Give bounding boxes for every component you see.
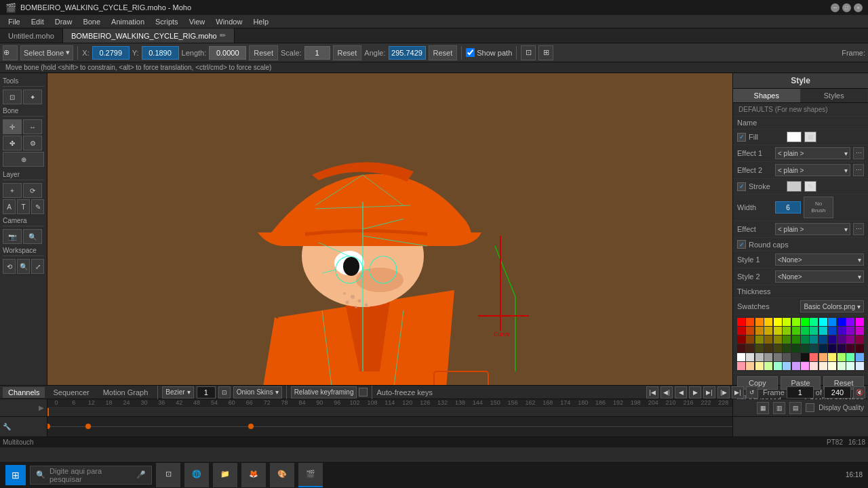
bone-tool-5[interactable]: ⊕ <box>3 152 44 167</box>
color-swatch-cell[interactable] <box>792 362 800 370</box>
color-swatch-cell[interactable] <box>774 318 782 326</box>
color-swatch-cell[interactable] <box>837 327 846 335</box>
color-swatch-cell[interactable] <box>856 327 864 335</box>
menu-scripts[interactable]: Scripts <box>150 16 184 27</box>
color-swatch-cell[interactable] <box>755 344 764 352</box>
color-swatch-cell[interactable] <box>737 318 745 326</box>
tab-shapes[interactable]: Shapes <box>733 89 801 102</box>
color-swatch-cell[interactable] <box>856 353 864 361</box>
play-btn-goto-end[interactable]: ▶| <box>732 386 744 399</box>
angle-reset-button[interactable]: Reset <box>429 45 458 60</box>
layer-tool-4[interactable]: T <box>17 199 30 214</box>
timeline-tab-channels[interactable]: Channels <box>3 387 45 398</box>
menu-window[interactable]: Window <box>210 16 248 27</box>
color-swatch-cell[interactable] <box>846 353 854 361</box>
show-path-check[interactable] <box>466 48 475 57</box>
color-swatch-cell[interactable] <box>856 318 864 326</box>
style1-dropdown[interactable]: <None> ▾ <box>775 253 864 266</box>
color-swatch-cell[interactable] <box>755 327 764 335</box>
color-swatch-cell[interactable] <box>755 353 764 361</box>
color-swatch-cell[interactable] <box>828 362 836 370</box>
fill-checkbox[interactable]: ✓ <box>737 133 746 142</box>
tab-styles[interactable]: Styles <box>801 89 869 102</box>
bezier-dropdown[interactable]: Bezier ▾ <box>162 386 193 399</box>
menu-draw[interactable]: Draw <box>50 16 78 27</box>
layer-tool-5[interactable]: ✎ <box>31 199 44 214</box>
keyframe-3[interactable] <box>248 424 254 429</box>
color-swatch-cell[interactable] <box>764 318 772 326</box>
tl-play-btn-1[interactable]: ⊡ <box>218 386 231 399</box>
color-swatch-cell[interactable] <box>783 362 791 370</box>
color-swatch-cell[interactable] <box>764 344 772 352</box>
swatches-preset-dropdown[interactable]: Basic Colors.png ▾ <box>800 300 864 312</box>
layer-tool-1[interactable]: + <box>3 183 22 198</box>
position-y-input[interactable] <box>142 46 179 60</box>
no-brush-button[interactable]: NoBrush <box>804 197 833 218</box>
color-swatch-cell[interactable] <box>737 336 745 344</box>
taskbar-app-firefox[interactable]: 🦊 <box>241 463 266 487</box>
color-swatch-cell[interactable] <box>828 344 836 352</box>
color-swatch-cell[interactable] <box>746 353 754 361</box>
color-swatch-cell[interactable] <box>774 336 782 344</box>
menu-view[interactable]: View <box>184 16 211 27</box>
color-swatch-cell[interactable] <box>774 353 782 361</box>
bone-tool-2[interactable]: ↔ <box>23 119 42 134</box>
color-swatch-cell[interactable] <box>810 318 818 326</box>
relative-keyframing-btn[interactable]: Relative keyframing <box>291 386 357 399</box>
start-button[interactable]: ⊞ <box>5 465 26 485</box>
color-swatch-cell[interactable] <box>746 336 754 344</box>
round-caps-checkbox[interactable]: ✓ <box>737 240 746 249</box>
color-swatch-cell[interactable] <box>837 336 846 344</box>
close-button[interactable]: × <box>854 3 863 12</box>
bone-tool-3[interactable]: ✤ <box>3 136 22 150</box>
bone-tool-4[interactable]: ⚙ <box>23 136 42 150</box>
workspace-tool-1[interactable]: ⟲ <box>3 259 16 274</box>
color-swatch-cell[interactable] <box>755 362 764 370</box>
color-swatch-cell[interactable] <box>783 353 791 361</box>
maximize-button[interactable]: □ <box>842 3 851 12</box>
layer-tool-3[interactable]: A <box>3 199 16 214</box>
color-swatch-cell[interactable] <box>846 318 854 326</box>
position-x-input[interactable] <box>92 46 130 60</box>
camera-tool-2[interactable]: 🔍 <box>23 229 42 244</box>
effect1-settings[interactable]: ⋯ <box>853 147 864 159</box>
current-frame-input[interactable] <box>787 386 814 399</box>
layer-tool-2[interactable]: ⟳ <box>23 183 42 198</box>
color-swatch-cell[interactable] <box>783 336 791 344</box>
tab-untitled[interactable]: Untitled.moho <box>0 28 63 43</box>
timeline-check[interactable] <box>806 403 814 412</box>
color-swatch-cell[interactable] <box>801 344 809 352</box>
stroke-effect-settings[interactable]: ⋯ <box>853 223 864 235</box>
color-swatch-cell[interactable] <box>774 344 782 352</box>
color-swatch-cell[interactable] <box>846 327 854 335</box>
color-swatch-cell[interactable] <box>846 344 854 352</box>
bone-tool-1[interactable]: ✛ <box>3 119 22 134</box>
workspace-tool-2[interactable]: 🔍 <box>17 259 30 274</box>
color-swatch-cell[interactable] <box>737 362 745 370</box>
color-swatch-cell[interactable] <box>783 344 791 352</box>
menu-file[interactable]: File <box>3 16 26 27</box>
effect2-settings[interactable]: ⋯ <box>853 164 864 176</box>
fill-gradient-btn[interactable]: ▦ <box>804 131 816 142</box>
play-btn-play[interactable]: ▶ <box>689 386 701 399</box>
taskbar-app-taskview[interactable]: ⊡ <box>156 463 180 487</box>
play-btn-prev[interactable]: ◀ <box>675 386 687 399</box>
stroke-checkbox[interactable]: ✓ <box>737 182 746 191</box>
color-swatch-cell[interactable] <box>828 336 836 344</box>
color-swatch-cell[interactable] <box>801 318 809 326</box>
color-swatch-cell[interactable] <box>792 344 800 352</box>
view-btn-2[interactable]: ⊞ <box>538 45 553 60</box>
show-path-checkbox[interactable]: Show path <box>466 48 512 57</box>
angle-input[interactable] <box>389 46 426 60</box>
canvas-area[interactable]: ROS <box>47 73 732 385</box>
color-swatch-cell[interactable] <box>819 362 827 370</box>
timeline-tab-motion-graph[interactable]: Motion Graph <box>98 387 154 398</box>
color-swatch-cell[interactable] <box>774 327 782 335</box>
color-swatch-cell[interactable] <box>792 318 800 326</box>
color-swatch-cell[interactable] <box>801 362 809 370</box>
color-swatch-cell[interactable] <box>746 327 754 335</box>
color-swatch-cell[interactable] <box>755 318 764 326</box>
relative-keyframing-check[interactable] <box>359 388 368 396</box>
stroke-gradient-btn[interactable]: ✎ <box>804 181 816 192</box>
timeline-tab-sequencer[interactable]: Sequencer <box>47 387 94 398</box>
